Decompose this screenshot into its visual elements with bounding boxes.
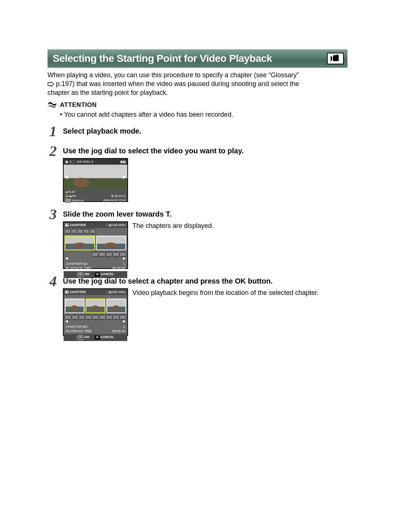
- cancel-label: CANCEL: [101, 335, 114, 339]
- chapter-no-label: CHAPTER NO.: [66, 325, 89, 329]
- chapter-header: CHAPTER: [70, 290, 86, 294]
- title-bar: Selecting the Starting Point for Video P…: [48, 49, 347, 68]
- chapter-header: CHAPTER: [70, 223, 86, 227]
- step-1: 1 Select playback mode.: [48, 124, 347, 139]
- file-number: 100-0001: [112, 290, 126, 294]
- duration: 00:15:12: [114, 194, 126, 198]
- step-3: 3 Slide the zoom lever towards T. ▶CHAPT…: [48, 207, 347, 269]
- playback-screen: ▣ ⎙ ⬚ 100-0001 ⎘ ▮▮▮ ▲PLAY 🔒▬/W▪✿ 00:15:…: [63, 158, 128, 202]
- chapter-no: 2: [123, 325, 125, 329]
- ok-label: OK: [85, 272, 90, 276]
- step-number: 2: [48, 144, 59, 158]
- step-number: 3: [48, 207, 59, 222]
- chapter-no-label: CHAPTER NO.: [66, 262, 89, 266]
- ok-label: OK: [85, 335, 90, 339]
- chapter-no: 1: [123, 262, 125, 266]
- svg-point-3: [334, 55, 336, 57]
- playback-time-label: PLAYBACK TIME: [66, 266, 92, 270]
- attention-icon: [48, 101, 57, 109]
- intro-paragraph: When playing a video, you can use this p…: [48, 71, 347, 97]
- step-title: Select playback mode.: [63, 126, 347, 136]
- step-2: 2 Use the jog dial to select the video y…: [48, 144, 347, 202]
- attention-content: ATTENTION • You cannot add chapters afte…: [60, 101, 233, 119]
- attention-block: ATTENTION • You cannot add chapters afte…: [48, 101, 347, 119]
- cancel-label: CANCEL: [101, 272, 114, 276]
- playback-time: 00:00:00: [112, 266, 125, 270]
- intro-line3: chapter as the starting point for playba…: [48, 89, 168, 96]
- intro-line2: p.197) that was inserted when the video …: [56, 80, 299, 87]
- svg-marker-0: [331, 56, 332, 61]
- svg-marker-4: [48, 82, 54, 87]
- playback-time: 00:55:43: [112, 329, 125, 333]
- chapter-screen-2: ▶CHAPTER ⬚▤100-0001 ◀▶ CHAPTER NO.2 PLAY…: [63, 288, 128, 336]
- reference-arrow-icon: [48, 82, 54, 87]
- file-number: 100-0001: [112, 223, 126, 227]
- step-title: Use the jog dial to select the video you…: [63, 146, 347, 156]
- thumbnail-subject: [74, 178, 89, 187]
- step-number: 4: [48, 274, 59, 289]
- step-4: 4 Use the jog dial to select a chapter a…: [48, 274, 347, 336]
- display-label: DISPLAY: [72, 199, 84, 202]
- play-label: PLAY: [68, 190, 75, 194]
- attention-heading: ATTENTION: [60, 101, 233, 109]
- step-number: 1: [48, 124, 59, 139]
- file-number: 100-0001: [76, 160, 90, 164]
- step-description: Video playback begins from the location …: [132, 288, 347, 297]
- svg-point-2: [336, 55, 339, 57]
- nav-left-icon: [65, 175, 68, 179]
- chapter-screen-1: ▶CHAPTER ⬚▤100-0001 ◀▶ CHAPTER NO.1 PLAY…: [63, 221, 128, 269]
- datetime: 2006.04.03 13:43: [103, 199, 126, 203]
- step-title: Slide the zoom lever towards T.: [63, 209, 347, 219]
- intro-line1: When playing a video, you can use this p…: [48, 71, 299, 79]
- page-title: Selecting the Starting Point for Video P…: [53, 52, 272, 65]
- nav-right-icon: [123, 175, 126, 179]
- attention-bullet: • You cannot add chapters after a video …: [60, 110, 233, 119]
- step-description: The chapters are displayed.: [132, 221, 347, 230]
- movie-mode-icon: [327, 53, 344, 64]
- playback-time-label: PLAYBACK TIME: [66, 329, 92, 333]
